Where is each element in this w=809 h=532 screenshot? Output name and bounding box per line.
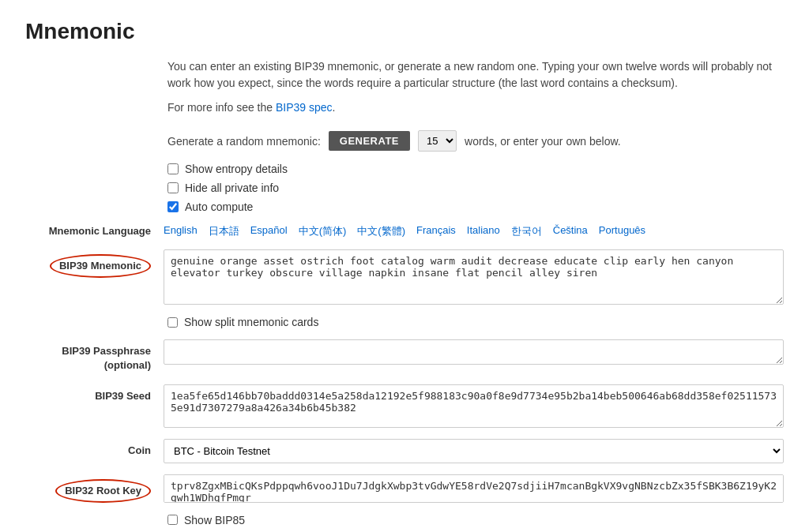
auto-compute-label[interactable]: Auto compute — [185, 200, 253, 213]
auto-compute-checkbox[interactable] — [167, 201, 179, 212]
page-title: Mnemonic — [25, 19, 784, 44]
lang-chinese-traditional[interactable]: 中文(繁體) — [357, 224, 405, 238]
bip39-passphrase-optional: (optional) — [104, 358, 151, 373]
language-row: Mnemonic Language English 日本語 Español 中文… — [25, 224, 784, 238]
generate-row: Generate a random mnemonic: GENERATE 3 6… — [167, 130, 784, 152]
bip39-passphrase-row: BIP39 Passphrase (optional) — [25, 339, 784, 373]
bip39-mnemonic-label: BIP39 Mnemonic — [50, 254, 151, 278]
bip32-root-key-label-wrapper: BIP32 Root Key — [25, 474, 164, 503]
coin-label: Coin — [25, 439, 164, 458]
coin-row: Coin BTC - Bitcoin Testnet — [25, 439, 784, 463]
lang-chinese-simplified[interactable]: 中文(简体) — [299, 224, 347, 238]
coin-select[interactable]: BTC - Bitcoin Testnet — [164, 439, 784, 463]
generate-button[interactable]: GENERATE — [329, 131, 410, 151]
show-split-label[interactable]: Show split mnemonic cards — [184, 316, 318, 328]
words-count-select[interactable]: 3 6 9 12 15 18 21 24 — [418, 130, 457, 152]
lang-czech[interactable]: Čeština — [553, 224, 588, 238]
show-split-row: Show split mnemonic cards — [167, 316, 784, 328]
lang-spanish[interactable]: Español — [250, 224, 288, 238]
bip39-spec-link[interactable]: BIP39 spec — [276, 101, 333, 114]
bip39-seed-row: BIP39 Seed — [25, 384, 784, 428]
hide-private-checkbox[interactable] — [167, 182, 179, 193]
mnemonic-language-label: Mnemonic Language — [25, 224, 164, 238]
language-links: English 日本語 Español 中文(简体) 中文(繁體) França… — [164, 224, 645, 238]
description-para2: For more info see the BIP39 spec. — [167, 99, 784, 116]
bip39-seed-label: BIP39 Seed — [25, 384, 164, 403]
bip39-mnemonic-row: BIP39 Mnemonic — [25, 249, 784, 305]
bip32-root-key-input[interactable] — [164, 474, 784, 503]
description-text: You can enter an existing BIP39 mnemonic… — [167, 58, 784, 116]
lang-italian[interactable]: Italiano — [467, 224, 500, 238]
hide-private-label[interactable]: Hide all private info — [185, 182, 279, 194]
bip39-mnemonic-label-wrapper: BIP39 Mnemonic — [25, 249, 164, 278]
bip32-root-key-row: BIP32 Root Key — [25, 474, 784, 503]
show-entropy-label[interactable]: Show entropy details — [185, 163, 288, 175]
bip39-passphrase-label-wrapper: BIP39 Passphrase (optional) — [25, 339, 164, 373]
show-entropy-checkbox[interactable] — [167, 163, 179, 174]
bip39-mnemonic-input[interactable] — [164, 249, 784, 305]
bip32-root-key-label: BIP32 Root Key — [55, 479, 151, 503]
words-after-label: words, or enter your own below. — [465, 135, 621, 148]
auto-compute-row: Auto compute — [167, 200, 784, 213]
lang-japanese[interactable]: 日本語 — [209, 224, 239, 238]
lang-korean[interactable]: 한국어 — [511, 224, 542, 238]
bip39-passphrase-input[interactable] — [164, 339, 784, 365]
show-bip85-row: Show BIP85 — [167, 514, 784, 526]
description-para1: You can enter an existing BIP39 mnemonic… — [167, 58, 784, 92]
lang-english[interactable]: English — [164, 224, 198, 238]
show-entropy-row: Show entropy details — [167, 163, 784, 175]
show-split-checkbox[interactable] — [167, 317, 178, 328]
show-bip85-label[interactable]: Show BIP85 — [184, 514, 245, 526]
hide-private-row: Hide all private info — [167, 182, 784, 194]
bip39-passphrase-label: BIP39 Passphrase — [62, 344, 151, 358]
lang-portuguese[interactable]: Português — [599, 224, 645, 238]
bip39-seed-input[interactable] — [164, 384, 784, 428]
show-bip85-checkbox[interactable] — [167, 515, 178, 525]
generate-label: Generate a random mnemonic: — [167, 135, 321, 148]
lang-french[interactable]: Français — [416, 224, 456, 238]
